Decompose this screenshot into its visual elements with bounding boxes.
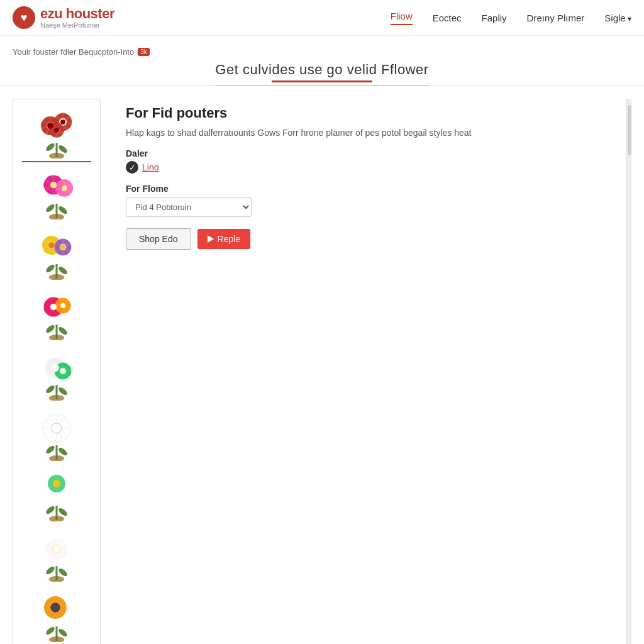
nav-links: Fliow Eoctec Fapliy Dreıny Plımer Sigle	[391, 11, 631, 25]
svg-point-28	[45, 203, 55, 213]
svg-point-29	[57, 205, 68, 215]
svg-point-1	[45, 142, 55, 152]
svg-point-110	[57, 447, 68, 457]
thumbnail-item-3[interactable]	[22, 226, 91, 283]
svg-point-47	[57, 265, 68, 275]
logo-sub-text: Naéşe MeıPöfumer	[40, 21, 114, 29]
svg-point-66	[57, 326, 68, 336]
hero-banner: Youir fouster fdler Bequcpton-Into 3k Ge…	[0, 36, 644, 86]
svg-point-127	[45, 505, 55, 515]
hero-badge: 3k	[138, 48, 150, 56]
svg-point-130	[53, 480, 60, 487]
thumbnail-item-7[interactable]	[22, 468, 91, 525]
nav-link-fapliy[interactable]: Fapliy	[482, 13, 507, 23]
svg-point-109	[45, 445, 55, 455]
svg-point-134	[57, 567, 68, 577]
svg-point-148	[49, 576, 64, 582]
svg-point-147	[52, 545, 61, 553]
svg-point-63	[49, 274, 64, 280]
hero-subtitle-text: Youir fouster fdler Bequcpton-Into	[13, 47, 134, 57]
svg-point-164	[50, 602, 60, 613]
thumbnail-item-6[interactable]	[22, 408, 91, 464]
svg-point-44	[49, 214, 64, 219]
thumbnail-item-9[interactable]	[22, 589, 91, 644]
dealer-name[interactable]: Lino	[142, 162, 158, 172]
product-description: Hlap kags to shad dalferratıounts Gows F…	[126, 126, 601, 140]
main-content: For Fid pouters Hlap kags to shad dalfer…	[0, 86, 644, 644]
svg-point-87	[57, 386, 68, 396]
hero-underline	[272, 80, 372, 82]
thumbnail-list	[13, 99, 101, 644]
svg-point-23	[47, 123, 53, 129]
nav-link-eoctec[interactable]: Eoctec	[433, 13, 462, 23]
svg-point-107	[49, 395, 64, 401]
check-icon: ✓	[126, 161, 138, 174]
svg-point-42	[50, 182, 57, 188]
svg-point-133	[45, 565, 55, 575]
svg-point-24	[60, 119, 65, 125]
logo-heart-symbol: ♥	[21, 11, 28, 25]
thumbnail-item-2[interactable]	[22, 166, 91, 223]
arrangement-dropdown[interactable]: Pid 4 PobtoruinOption 2Option 3	[126, 197, 252, 217]
hero-title: Get culvides use go velid Fflower	[215, 62, 428, 78]
dropdown-row: Pid 4 PobtoruinOption 2Option 3	[126, 197, 601, 217]
nav-link-sigle[interactable]: Sigle	[604, 13, 631, 23]
svg-point-151	[57, 628, 68, 638]
thumbnail-item-5[interactable]	[22, 347, 91, 404]
svg-point-128	[57, 507, 68, 517]
svg-point-84	[49, 335, 64, 340]
logo-area: ♥ ezu houster Naéşe MeıPöfumer	[13, 6, 114, 29]
logo-main-text: ezu houster	[40, 6, 114, 21]
svg-point-43	[62, 186, 67, 191]
svg-point-86	[45, 384, 55, 394]
shop-edo-button[interactable]: Shop Edo	[126, 228, 191, 250]
thumbnail-item-8[interactable]	[22, 528, 91, 585]
nav-link-dreıny[interactable]: Dreıny Plımer	[527, 13, 585, 23]
svg-point-26	[49, 153, 64, 158]
svg-point-62	[60, 245, 65, 250]
svg-point-125	[49, 455, 64, 461]
svg-point-61	[48, 242, 55, 248]
for-home-label: For Flome	[126, 184, 601, 194]
dealer-name-row: ✓ Lino	[126, 161, 601, 174]
svg-point-165	[49, 636, 64, 642]
nav-link-flow[interactable]: Fliow	[391, 11, 413, 25]
reple-button[interactable]: Reple	[197, 229, 251, 249]
reple-button-label: Reple	[218, 234, 241, 244]
scrollbar-thumb	[628, 105, 631, 155]
thumbnail-item-4[interactable]	[22, 287, 91, 343]
svg-point-25	[54, 128, 59, 133]
svg-point-105	[52, 364, 59, 372]
hero-title-bar: Get culvides use go velid Fflower	[13, 57, 631, 86]
scrollbar-area[interactable]	[626, 99, 631, 644]
product-detail: For Fid pouters Hlap kags to shad dalfer…	[113, 99, 614, 644]
svg-point-150	[45, 626, 55, 636]
navbar: ♥ ezu houster Naéşe MeıPöfumer Fliow Eoc…	[0, 0, 644, 36]
logo-text-block: ezu houster Naéşe MeıPöfumer	[40, 6, 114, 29]
svg-point-124	[52, 423, 62, 433]
product-title: For Fid pouters	[126, 105, 601, 121]
hero-subtitle: Youir fouster fdler Bequcpton-Into 3k	[13, 47, 150, 57]
svg-point-65	[45, 324, 55, 334]
thumbnail-item-1[interactable]	[22, 106, 91, 162]
logo-icon: ♥	[13, 6, 35, 29]
svg-point-83	[60, 303, 65, 308]
hero-line	[215, 85, 428, 86]
svg-point-106	[60, 369, 65, 374]
play-icon	[208, 235, 214, 243]
svg-point-82	[50, 304, 57, 310]
svg-point-2	[57, 144, 68, 154]
dealer-label: Daler	[126, 148, 601, 158]
svg-point-46	[45, 264, 55, 274]
svg-point-131	[49, 516, 64, 521]
action-row: Shop Edo Reple	[126, 228, 601, 250]
